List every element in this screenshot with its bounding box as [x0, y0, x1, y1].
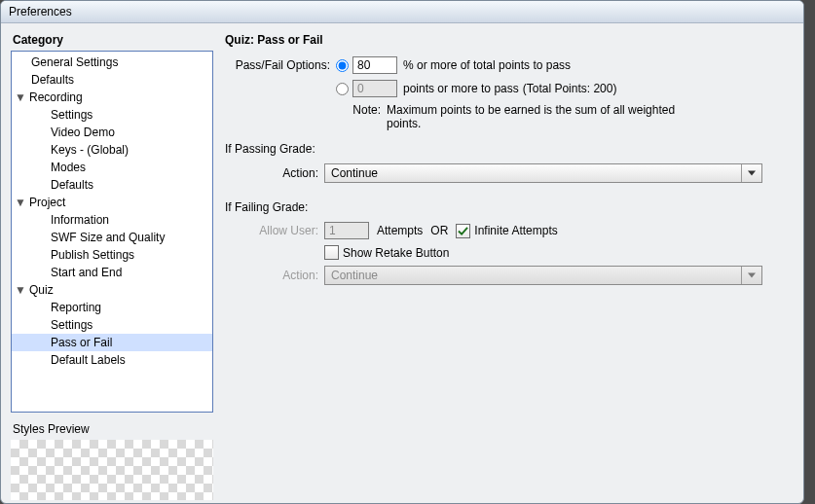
tree-project-publish-settings[interactable]: Publish Settings — [12, 246, 212, 264]
tree-quiz-default-labels[interactable]: Default Labels — [12, 351, 212, 369]
allow-user-label: Allow User: — [225, 224, 324, 237]
panel-title: Quiz: Pass or Fail — [225, 33, 794, 47]
points-pass-radio[interactable] — [336, 83, 349, 95]
tree-recording-settings[interactable]: Settings — [12, 106, 212, 124]
show-retake-checkbox[interactable]: Show Retake Button — [324, 245, 449, 260]
sidebar: Category General Settings Defaults ▼Reco… — [11, 31, 213, 500]
tree-project[interactable]: ▼Project — [12, 194, 212, 211]
tree-project-information[interactable]: Information — [12, 211, 212, 229]
chevron-down-icon — [741, 267, 761, 284]
tree-project-swf-size[interactable]: SWF Size and Quality — [12, 229, 212, 246]
tree-recording-keys-global[interactable]: Keys - (Global) — [12, 141, 212, 159]
percent-pass-input[interactable] — [352, 56, 397, 74]
tree-quiz-settings[interactable]: Settings — [12, 316, 212, 334]
total-points-label: (Total Points: 200) — [523, 82, 617, 95]
passfail-options-label: Pass/Fail Options: — [225, 58, 336, 72]
if-failing-title: If Failing Grade: — [225, 200, 794, 214]
tree-recording-defaults[interactable]: Defaults — [12, 176, 212, 194]
chevron-down-icon — [741, 164, 761, 182]
checkmark-icon — [456, 224, 470, 238]
styles-preview-title: Styles Preview — [13, 422, 213, 436]
category-title: Category — [13, 33, 213, 47]
or-word: OR — [430, 224, 448, 237]
preferences-window: Preferences Category General Settings De… — [0, 0, 804, 504]
tree-quiz-pass-or-fail[interactable]: Pass or Fail — [12, 334, 212, 351]
if-passing-title: If Passing Grade: — [225, 142, 794, 156]
passing-action-select[interactable]: Continue — [324, 163, 762, 183]
show-retake-label: Show Retake Button — [343, 246, 449, 260]
category-tree: General Settings Defaults ▼Recording Set… — [11, 51, 213, 413]
tree-defaults[interactable]: Defaults — [12, 71, 212, 89]
attempts-input — [324, 222, 369, 239]
infinite-attempts-label: Infinite Attempts — [474, 224, 557, 237]
points-pass-suffix: points or more to pass — [403, 82, 519, 95]
tree-quiz[interactable]: ▼Quiz — [12, 281, 212, 299]
passing-action-label: Action: — [225, 166, 324, 180]
infinite-attempts-checkbox[interactable]: Infinite Attempts — [456, 224, 557, 238]
chevron-down-icon[interactable]: ▼ — [12, 281, 29, 299]
failing-action-select: Continue — [324, 266, 762, 285]
chevron-down-icon[interactable]: ▼ — [12, 194, 29, 211]
styles-preview-swatch — [11, 440, 213, 500]
tree-general-settings[interactable]: General Settings — [12, 54, 212, 71]
points-pass-input — [352, 80, 397, 97]
failing-action-value: Continue — [331, 269, 378, 282]
chevron-down-icon[interactable]: ▼ — [12, 89, 29, 106]
tree-quiz-reporting[interactable]: Reporting — [12, 299, 212, 316]
tree-project-start-and-end[interactable]: Start and End — [12, 264, 212, 281]
note-text: Maximum points to be earned is the sum o… — [387, 103, 679, 130]
settings-panel: Quiz: Pass or Fail Pass/Fail Options: % … — [213, 31, 794, 500]
failing-action-label: Action: — [225, 269, 324, 282]
attempts-word: Attempts — [377, 224, 423, 237]
tree-recording[interactable]: ▼Recording — [12, 89, 212, 106]
percent-pass-radio[interactable] — [336, 59, 349, 72]
percent-pass-suffix: % or more of total points to pass — [403, 58, 571, 72]
passing-action-value: Continue — [331, 166, 378, 180]
window-title: Preferences — [1, 1, 803, 23]
content-area: Category General Settings Defaults ▼Reco… — [1, 23, 803, 504]
tree-recording-video-demo[interactable]: Video Demo — [12, 124, 212, 141]
checkbox-empty-icon — [324, 245, 339, 260]
tree-recording-modes[interactable]: Modes — [12, 159, 212, 176]
note-label: Note: — [225, 103, 387, 130]
